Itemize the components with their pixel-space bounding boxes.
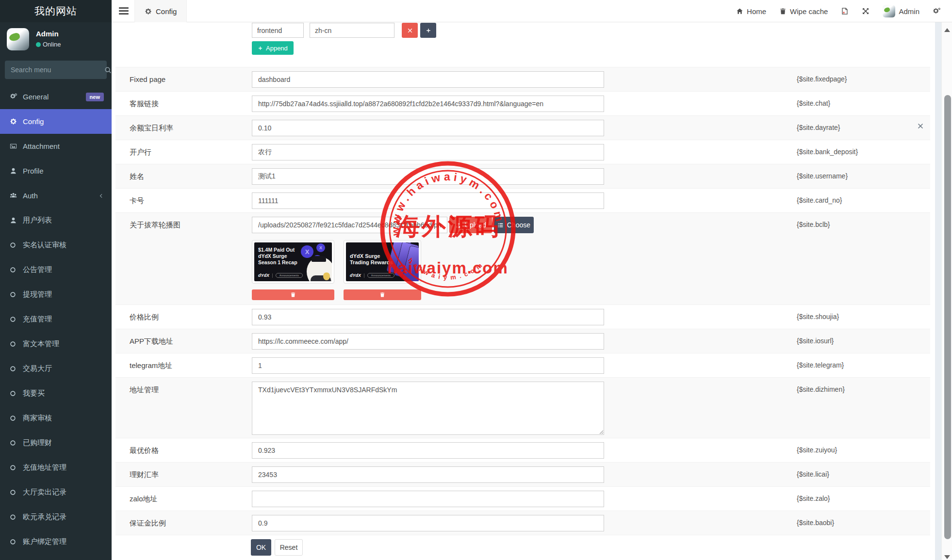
sidebar-item-account-binding-admin[interactable]: 账户绑定管理 [0, 529, 112, 554]
home-link[interactable]: Home [736, 7, 766, 16]
circle-icon [10, 316, 23, 322]
sidebar-item-recharge-admin[interactable]: 充值管理 [0, 307, 112, 332]
wipe-cache-link[interactable]: Wipe cache [779, 7, 828, 16]
scrollbar-thumb[interactable] [944, 95, 951, 539]
chat-link-input[interactable] [252, 96, 604, 112]
settings-menu-button[interactable] [933, 7, 941, 15]
sidebar-item-i-want-buy[interactable]: 我要买 [0, 381, 112, 406]
sidebar-item-announcement-admin[interactable]: 公告管理 [0, 257, 112, 282]
sidebar-item-realname-audit[interactable]: 实名认证审核 [0, 233, 112, 257]
margin-ratio-input[interactable] [252, 515, 604, 531]
search-input[interactable] [5, 66, 104, 74]
sidebar-item-purchased-finance[interactable]: 已购理财 [0, 431, 112, 455]
sidebar-item-label: 已购理财 [23, 438, 52, 448]
form-row-price-ratio: 价格比例{$site.shoujia} [115, 304, 930, 329]
finance-rate-input[interactable] [252, 466, 604, 483]
sidebar-item-label: 商家审核 [23, 414, 52, 423]
card-no-input[interactable] [252, 192, 604, 209]
carousel-image-preview[interactable]: dYdX SurgeTrading RewardsdYdXAnnouncemen… [344, 240, 421, 284]
address-admin-textarea[interactable] [252, 382, 604, 435]
sidebar-item-euro-exchange-records[interactable]: 欧元承兑记录 [0, 505, 112, 529]
sidebar-item-profile[interactable]: Profile [0, 159, 112, 183]
sidebar-item-label: 欧元承兑记录 [23, 512, 66, 522]
sidebar-item-label: 账户绑定管理 [23, 537, 66, 546]
delete-image-button[interactable] [252, 289, 334, 300]
upload-button[interactable]: Upload [449, 217, 492, 233]
pair-value-input[interactable] [310, 23, 394, 38]
image-icon [10, 143, 23, 150]
app-download-url-input[interactable] [252, 333, 604, 350]
zalo-address-input[interactable] [252, 491, 604, 507]
template-variable: {$site.dizhimen} [797, 385, 845, 393]
delete-image-button[interactable] [344, 289, 421, 300]
append-button[interactable]: Append [252, 41, 294, 55]
remove-pair-button[interactable] [402, 23, 418, 38]
tab-config[interactable]: Config [134, 0, 187, 22]
sidebar-item-withdraw-admin[interactable]: 提现管理 [0, 282, 112, 307]
form-row-username: 姓名{$site.username} [115, 164, 930, 188]
home-label: Home [747, 7, 766, 16]
field-label: zalo地址 [130, 495, 158, 504]
language-switch-button[interactable] [841, 7, 849, 15]
sidebar-item-config[interactable]: Config [0, 109, 112, 134]
fixed-page-input[interactable] [252, 71, 604, 88]
field-label: 开户行 [130, 148, 151, 157]
sidebar-search [5, 61, 107, 79]
search-icon[interactable] [104, 66, 112, 74]
top-navbar: Config Home Wipe cache Admin [112, 0, 952, 22]
sidebar-item-merchant-audit[interactable]: 商家审核 [0, 406, 112, 431]
sidebar-item-label: 实名认证审核 [23, 240, 66, 250]
carousel-image: XXX$1.4M Paid OutdYdX SurgeSeason 1 Reca… [254, 242, 332, 281]
sidebar-item-trade-hall[interactable]: 交易大厅 [0, 356, 112, 381]
dayrate-input[interactable] [252, 120, 604, 136]
admin-config-page: 我的网站 Admin Online GeneralnewConfigAttach… [0, 0, 952, 560]
sidebar-item-attachment[interactable]: Attachment [0, 134, 112, 159]
form-row-telegram-address: telegram地址{$site.telegram} [115, 353, 930, 377]
circle-icon [10, 489, 23, 496]
fullscreen-button[interactable] [862, 7, 870, 15]
scroll-down-arrow[interactable] [944, 555, 950, 559]
sidebar-item-label: General [23, 93, 49, 101]
carousel-input[interactable] [252, 217, 447, 233]
new-badge: new [86, 93, 104, 101]
choose-button[interactable]: Choose [494, 217, 534, 233]
sidebar-item-label: 提现管理 [23, 290, 52, 299]
bank-deposit-input[interactable] [252, 144, 604, 160]
field-label: Fixed page [130, 75, 165, 83]
pair-key-input[interactable] [252, 23, 304, 38]
sidebar-item-auth[interactable]: Auth [0, 183, 112, 208]
avatar[interactable] [7, 28, 29, 50]
carousel-image-preview[interactable]: XXX$1.4M Paid OutdYdX SurgeSeason 1 Reca… [252, 240, 334, 284]
form-row-app-download-url: APP下载地址{$site.iosurl} [115, 329, 930, 353]
sidebar-item-general[interactable]: Generalnew [0, 84, 112, 109]
sidebar-toggle-icon[interactable] [119, 7, 129, 15]
best-price-input[interactable] [252, 442, 604, 459]
username-input[interactable] [252, 168, 604, 185]
telegram-address-input[interactable] [252, 357, 604, 374]
sidebar-item-recharge-address-admin[interactable]: 充值地址管理 [0, 455, 112, 480]
image-brand-row: dYdXAnnouncements [258, 273, 303, 278]
price-ratio-input[interactable] [252, 309, 604, 325]
sidebar-item-label: 用户列表 [23, 216, 52, 225]
brand-logo: dYdX [350, 273, 361, 278]
sidebar-menu: GeneralnewConfigAttachmentProfileAuth用户列… [0, 84, 112, 554]
form-row-chat-link: 客服链接{$site.chat} [115, 91, 930, 115]
reset-button[interactable]: Reset [275, 539, 303, 556]
template-variable: {$site.chat} [797, 99, 830, 107]
array-pair-row: Append [115, 22, 930, 67]
admin-label: Admin [899, 7, 919, 16]
add-pair-button[interactable] [420, 23, 436, 38]
append-label: Append [266, 45, 288, 52]
admin-user-menu[interactable]: Admin [883, 5, 919, 17]
template-variable: {$site.baobi} [797, 519, 834, 527]
gear-icon [10, 118, 23, 125]
scroll-up-arrow[interactable] [944, 28, 950, 32]
page-scrollbar[interactable] [941, 22, 952, 560]
form-actions-row: OK Reset [115, 535, 930, 560]
remove-field-icon[interactable] [917, 123, 924, 129]
sidebar-item-hall-sell-records[interactable]: 大厅卖出记录 [0, 480, 112, 505]
ok-button[interactable]: OK [251, 539, 271, 556]
sidebar-item-user-list[interactable]: 用户列表 [0, 208, 112, 233]
sidebar-item-richtext-admin[interactable]: 富文本管理 [0, 332, 112, 356]
circle-icon [10, 440, 23, 446]
